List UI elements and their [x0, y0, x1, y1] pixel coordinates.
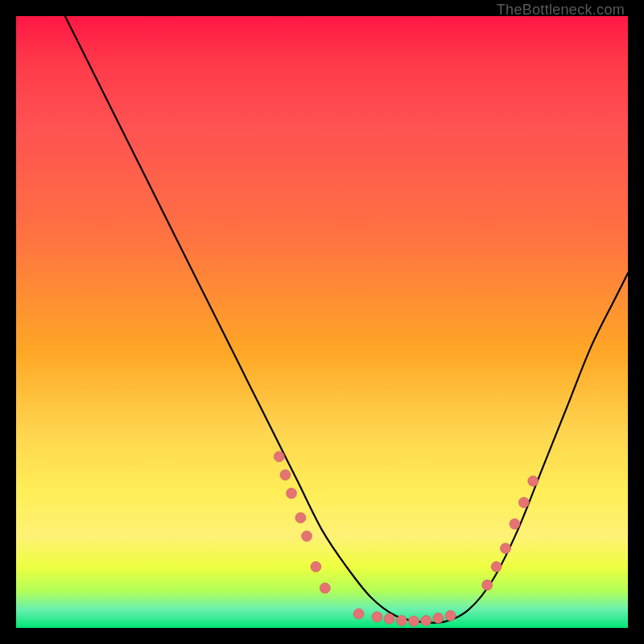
bottleneck-curve [65, 16, 628, 623]
data-point [311, 562, 321, 572]
chart-svg [16, 16, 628, 628]
data-point [445, 610, 456, 621]
data-point [384, 613, 394, 624]
data-point [510, 518, 520, 529]
data-point [274, 452, 284, 462]
data-point [302, 531, 312, 542]
plot-area [16, 16, 628, 628]
data-point [501, 543, 511, 554]
data-point [295, 513, 306, 523]
data-point [491, 562, 502, 572]
data-point [280, 470, 291, 481]
chart-frame: TheBottleneck.com [0, 0, 644, 644]
data-point [409, 616, 419, 626]
data-point [528, 476, 539, 486]
data-markers [274, 452, 538, 626]
data-point [320, 583, 330, 593]
data-point [353, 609, 364, 619]
data-point [518, 497, 529, 508]
data-point [287, 488, 297, 498]
data-point [433, 613, 444, 623]
data-point [482, 580, 493, 590]
data-point [421, 615, 431, 625]
data-point [396, 615, 407, 625]
data-point [372, 612, 382, 622]
